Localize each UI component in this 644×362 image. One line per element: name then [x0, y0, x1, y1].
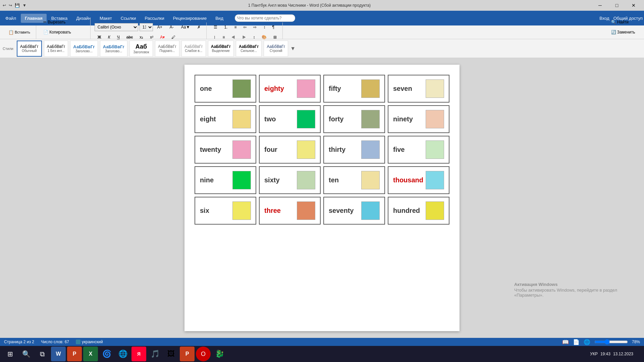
quick-access-redo[interactable]: ↪: [9, 3, 12, 8]
find-button[interactable]: 🔍 Найти: [608, 17, 639, 27]
taskbar-layout: УКР: [590, 352, 598, 356]
multilevel-button[interactable]: ≡: [231, 22, 239, 32]
search-input[interactable]: [235, 14, 295, 22]
styles-label: Стили: [3, 47, 13, 51]
menu-review[interactable]: Рецензирование: [169, 14, 211, 23]
decrease-indent-button[interactable]: ⇦: [240, 22, 250, 32]
styles-expand-button[interactable]: ▼: [290, 46, 296, 52]
taskbar-pp2[interactable]: P: [180, 347, 195, 361]
word-card: seventy: [323, 197, 385, 225]
replace-button[interactable]: 🔄 Заменить: [608, 27, 639, 37]
taskbar-unknown[interactable]: 🐉: [212, 347, 227, 361]
style-title-preview: Ааб: [133, 43, 149, 50]
style-heading2[interactable]: АаБбВвГг Заголово...: [100, 41, 127, 57]
title-bar-left: ↩ ↪ 💾 ▼: [3, 3, 26, 8]
quick-access-undo[interactable]: ↩: [3, 3, 6, 8]
document-area: one eighty fifty seven eight two forty n…: [0, 58, 644, 338]
quick-access-customize[interactable]: ▼: [22, 3, 26, 8]
taskbar-search[interactable]: 🔍: [19, 347, 34, 361]
menu-mailings[interactable]: Рассылки: [141, 14, 168, 23]
style-subtle-label: Слабое в...: [184, 49, 203, 53]
taskbar-opera[interactable]: O: [196, 347, 211, 361]
cards-grid: one eighty fifty seven eight two forty n…: [195, 75, 449, 225]
menu-view[interactable]: Вид: [211, 14, 227, 23]
color-box: [426, 110, 444, 128]
clear-format-button[interactable]: ✗: [194, 22, 204, 32]
color-box: [232, 140, 251, 159]
title-bar-controls: ─ □ ✕: [592, 0, 641, 11]
menu-layout[interactable]: Макет: [96, 14, 116, 23]
numbering-button[interactable]: 1.: [221, 22, 230, 32]
minimize-button[interactable]: ─: [592, 0, 608, 11]
word-card: three: [259, 197, 321, 225]
word-label: ten: [329, 176, 339, 184]
style-intense[interactable]: АаБбВвГг Строгий: [264, 41, 288, 57]
svg-rect-0: [76, 340, 80, 344]
style-subtitle-preview: АаБбВвГг: [158, 44, 176, 49]
style-strong[interactable]: АаБбВвГг Сильное...: [236, 41, 262, 57]
word-card: six: [195, 197, 256, 225]
taskbar-yandex[interactable]: Я: [131, 347, 146, 361]
paste-button[interactable]: 📋Вставить: [5, 25, 33, 39]
zoom-slider[interactable]: [594, 339, 628, 345]
taskbar-photos[interactable]: 🖼: [164, 347, 178, 361]
taskbar-right: УКР 19:43 13.12.2023: [590, 352, 641, 356]
word-label: ninety: [393, 115, 413, 123]
sort-button[interactable]: ↕: [260, 22, 268, 32]
word-card: forty: [323, 105, 385, 133]
change-case-button[interactable]: Aa▼: [178, 22, 193, 32]
increase-indent-button[interactable]: ⇨: [250, 22, 260, 32]
word-card: seven: [388, 75, 449, 103]
restore-button[interactable]: □: [609, 0, 625, 11]
font-grow-button[interactable]: A+: [154, 22, 165, 32]
taskbar-powerpoint[interactable]: P: [67, 347, 82, 361]
style-emphasis[interactable]: АаБбВвГг Выделение: [208, 41, 234, 57]
taskbar-time: 19:43: [600, 352, 610, 356]
word-count: Число слов: 67: [41, 340, 69, 344]
style-title[interactable]: Ааб Заголовок: [129, 41, 153, 57]
cut-button[interactable]: ✂ Вырезать: [40, 17, 69, 27]
taskbar-task-view[interactable]: ⧉: [35, 347, 50, 361]
style-no-spacing-label: 1 Без инт...: [47, 49, 65, 53]
color-box: [426, 201, 444, 220]
print-layout-button[interactable]: 📄: [573, 339, 580, 345]
taskbar-pinwheel[interactable]: 🌀: [99, 347, 114, 361]
style-subtle[interactable]: АаБбВвГг Слабое в...: [181, 41, 206, 57]
taskbar-excel[interactable]: X: [83, 347, 98, 361]
style-subtitle[interactable]: АаБбВвГг Подзаго...: [155, 41, 179, 57]
word-card: ten: [323, 166, 385, 194]
style-normal[interactable]: АаБбВвГг Обычный: [17, 41, 42, 57]
word-label: eight: [200, 115, 216, 123]
word-card: ninety: [388, 105, 449, 133]
word-label: eighty: [264, 85, 284, 93]
font-shrink-button[interactable]: A-: [167, 22, 177, 32]
word-label: four: [264, 146, 277, 154]
font-family-select[interactable]: Calibri (Осно: [95, 23, 138, 31]
taskbar-word[interactable]: W: [51, 347, 66, 361]
word-card: five: [388, 136, 449, 164]
bullets-button[interactable]: ☰: [211, 22, 220, 32]
quick-access-save[interactable]: 💾: [15, 3, 20, 8]
web-layout-button[interactable]: 🌐: [584, 339, 590, 345]
taskbar: ⊞ 🔍 ⧉ W P X 🌀 🌐 Я 🎵 🖼 P O 🐉 УКР 19:43 13…: [0, 346, 644, 362]
style-heading1-preview: АаБбВвГг: [73, 44, 95, 49]
font-size-select[interactable]: 11: [140, 23, 153, 31]
taskbar-date: 13.12.2023: [613, 352, 633, 356]
taskbar-start[interactable]: ⊞: [3, 347, 17, 361]
close-button[interactable]: ✕: [626, 0, 641, 11]
menu-file[interactable]: Файл: [1, 14, 20, 23]
taskbar-chrome[interactable]: 🌐: [115, 347, 130, 361]
style-heading1[interactable]: АаБбВвГг Заголово...: [70, 41, 98, 57]
word-card: twenty: [195, 136, 256, 164]
color-box: [426, 171, 444, 189]
color-box: [297, 79, 315, 98]
color-box: [361, 79, 380, 98]
menu-references[interactable]: Ссылки: [117, 14, 140, 23]
show-marks-button[interactable]: ¶: [269, 22, 277, 32]
toolbar-row-1: 📋Вставить ✂ Вырезать 📄 Копировать 🖌 Форм…: [3, 27, 641, 38]
style-emphasis-label: Выделение: [211, 49, 231, 53]
taskbar-music[interactable]: 🎵: [148, 347, 162, 361]
read-mode-button[interactable]: 📖: [562, 339, 569, 345]
copy-button[interactable]: 📄 Копировать: [40, 27, 74, 37]
style-no-spacing[interactable]: АаБбВвГг 1 Без инт...: [44, 41, 68, 57]
